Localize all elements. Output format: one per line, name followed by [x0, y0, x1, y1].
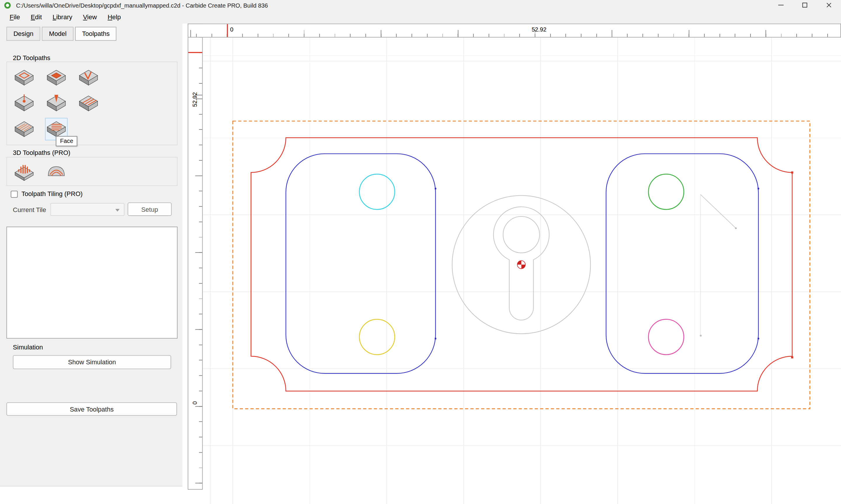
menu-library[interactable]: Library	[47, 11, 78, 23]
ruler-marker-line	[188, 52, 202, 53]
path-node	[757, 338, 759, 340]
ruler-marker-line	[227, 24, 228, 37]
face-tooltip: Face	[56, 136, 78, 146]
maximize-button[interactable]	[793, 0, 817, 10]
line-endpoint-node	[700, 335, 702, 337]
hole-circle-cyan[interactable]	[359, 174, 395, 210]
toolpath-pocket-button[interactable]	[46, 67, 67, 88]
hole-circle-magenta[interactable]	[649, 319, 684, 355]
path-node	[435, 188, 436, 190]
show-simulation-button[interactable]: Show Simulation	[13, 355, 171, 369]
window-title: C:/Users/willa/OneDrive/Desktop/gcpdxf_m…	[16, 2, 268, 8]
application-window: 52.92 0 0 52.92 C:/Users/willa/OneDrive/…	[0, 0, 841, 504]
menu-edit[interactable]: Edit	[25, 11, 47, 23]
toolpath-3d-rough-button[interactable]	[14, 161, 35, 182]
ruler-label: 0	[192, 401, 198, 404]
chevron-down-icon	[115, 209, 120, 212]
ruler-ticks	[188, 30, 840, 37]
pocket-outline-left[interactable]	[286, 154, 435, 373]
path-node	[791, 172, 793, 174]
menu-bar: File Edit Library View Help	[0, 10, 841, 24]
vertical-ruler: 52.92 0	[188, 24, 203, 490]
pocket-outline-right[interactable]	[606, 154, 759, 373]
minimize-icon	[778, 5, 783, 5]
tab-model[interactable]: Model	[42, 27, 73, 41]
hole-circle-yellow[interactable]	[359, 319, 395, 355]
simulation-title: Simulation	[13, 343, 43, 351]
toolpath-drill-button[interactable]	[14, 93, 35, 114]
toolpath-vcarve-button[interactable]	[78, 67, 99, 88]
tile-setup-button[interactable]: Setup	[127, 202, 172, 216]
drawing-layer	[203, 38, 841, 504]
current-tile-select[interactable]	[51, 203, 124, 216]
toolpath-tiling-checkbox[interactable]	[11, 191, 18, 198]
path-node	[435, 338, 436, 340]
toolpath-texture-button[interactable]	[78, 93, 99, 114]
toolpath-tiling-label: Toolpath Tiling (PRO)	[21, 190, 82, 198]
tab-design[interactable]: Design	[6, 27, 40, 41]
toolpath-keyhole-button[interactable]	[14, 119, 35, 140]
group-3d-toolpaths	[6, 157, 177, 186]
close-button[interactable]	[817, 0, 841, 10]
tab-toolpaths[interactable]: Toolpaths	[75, 27, 117, 41]
path-node	[757, 188, 759, 190]
maximize-icon	[803, 3, 807, 7]
toolpath-list[interactable]	[6, 227, 177, 339]
ruler-label: 52.92	[517, 26, 560, 33]
toolpath-advanced-vcarve-button[interactable]	[46, 93, 67, 114]
menu-file[interactable]: File	[4, 11, 25, 23]
group-2d-toolpaths	[6, 61, 177, 145]
panel-tabs: Design Model Toolpaths	[6, 27, 118, 41]
menu-help[interactable]: Help	[102, 11, 126, 23]
toolpath-panel: Design Model Toolpaths 2D Toolpaths	[0, 24, 182, 486]
close-icon	[826, 2, 832, 8]
hole-circle-green[interactable]	[649, 174, 684, 210]
section-title-3d-toolpaths: 3D Toolpaths (PRO)	[13, 149, 70, 157]
keyhole-inner-circle[interactable]	[503, 216, 539, 253]
minimize-button[interactable]	[769, 0, 793, 10]
ruler-label: 52.92	[192, 92, 198, 107]
line-endpoint-node	[735, 228, 737, 229]
origin-marker[interactable]	[517, 261, 526, 269]
horizontal-ruler: 0 52.92	[188, 24, 841, 38]
save-toolpaths-button[interactable]: Save Toolpaths	[6, 402, 177, 416]
current-tile-label: Current Tile	[13, 206, 46, 214]
construction-line-diagonal[interactable]	[701, 195, 736, 228]
menu-view[interactable]: View	[78, 11, 102, 23]
section-title-2d-toolpaths: 2D Toolpaths	[13, 54, 50, 62]
app-logo-icon	[4, 2, 11, 8]
path-node	[791, 356, 793, 358]
toolpath-contour-button[interactable]	[14, 67, 35, 88]
title-bar: C:/Users/willa/OneDrive/Desktop/gcpdxf_m…	[0, 0, 841, 10]
ruler-label: 0	[230, 26, 233, 33]
toolpath-3d-finish-button[interactable]	[46, 161, 67, 182]
